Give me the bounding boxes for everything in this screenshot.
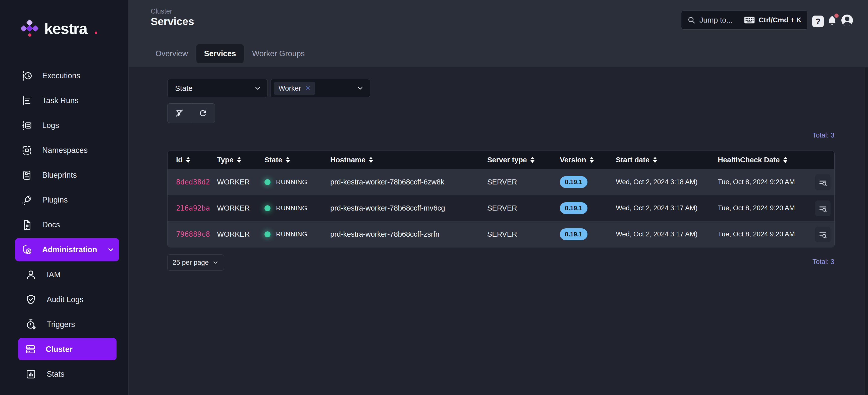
page-size-select[interactable]: 25 per page: [167, 255, 224, 270]
row-actions: [811, 174, 834, 190]
sidebar-item-plugins[interactable]: Plugins: [0, 188, 128, 212]
column-header-type[interactable]: Type: [217, 156, 265, 164]
namespaces-icon: [21, 144, 33, 156]
sort-icon: [530, 157, 534, 163]
clear-filters-button[interactable]: [167, 104, 191, 123]
table-row: 216a92ba WORKER RUNNING prd-kestra-worke…: [167, 195, 834, 221]
table-row: 796889c8 WORKER RUNNING prd-kestra-worke…: [167, 221, 834, 247]
blueprints-icon: [21, 169, 33, 181]
column-header-state[interactable]: State: [265, 156, 330, 164]
column-header-server-type[interactable]: Server type: [487, 156, 560, 164]
shield-check-icon: [25, 294, 37, 305]
tab-overview[interactable]: Overview: [154, 44, 189, 63]
search-shortcut: Ctrl/Cmd + K: [759, 16, 801, 24]
chevron-down-icon: [254, 85, 261, 92]
sidebar-item-label: IAM: [47, 270, 61, 279]
view-logs-button[interactable]: [815, 227, 831, 242]
sidebar-item-docs[interactable]: Docs: [0, 212, 128, 237]
state-label: RUNNING: [276, 230, 307, 238]
running-status-dot: [265, 231, 271, 237]
chevron-down-icon: [107, 246, 115, 254]
chevron-down-icon: [356, 85, 364, 92]
state-label: RUNNING: [276, 204, 307, 212]
column-header-version[interactable]: Version: [560, 156, 616, 164]
sidebar-item-cluster[interactable]: Cluster: [18, 338, 117, 360]
state-filter-label: State: [175, 84, 193, 93]
scrollbar-track[interactable]: [865, 67, 868, 395]
avatar-body: [843, 22, 851, 26]
sidebar-item-label: Triggers: [47, 320, 75, 329]
service-hostname: prd-kestra-worker-78b68ccff-zsrfn: [330, 230, 487, 238]
column-header-healthcheck-date[interactable]: HealthCheck Date: [718, 156, 811, 164]
service-state: RUNNING: [265, 204, 330, 212]
service-version: 0.19.1: [560, 202, 616, 214]
logo-dot-icon: [28, 33, 31, 37]
service-id-link[interactable]: 216a92ba: [167, 204, 217, 212]
global-search-input[interactable]: Jump to... Ctrl/Cmd + K: [681, 10, 808, 30]
sidebar-item-label: Cluster: [46, 345, 72, 354]
view-logs-button[interactable]: [815, 200, 831, 216]
column-label: Version: [560, 156, 586, 164]
service-state: RUNNING: [265, 178, 330, 186]
sidebar-item-label: Stats: [47, 370, 65, 379]
service-state: RUNNING: [265, 230, 330, 238]
sidebar-item-namespaces[interactable]: Namespaces: [0, 138, 128, 163]
service-id-link[interactable]: 796889c8: [167, 230, 217, 238]
help-button[interactable]: ?: [812, 15, 824, 27]
column-header-start-date[interactable]: Start date: [616, 156, 718, 164]
column-label: Id: [176, 156, 183, 164]
refresh-icon: [198, 109, 208, 118]
service-start-date: Wed, Oct 2, 2024 3:17 AM): [616, 230, 718, 238]
service-version: 0.19.1: [560, 176, 616, 188]
view-logs-button[interactable]: [815, 174, 831, 190]
row-actions: [811, 200, 834, 216]
sort-icon: [590, 157, 594, 163]
sidebar-item-stats[interactable]: Stats: [0, 362, 128, 387]
remove-tag-icon[interactable]: ✕: [305, 84, 311, 92]
avatar-head: [845, 17, 849, 21]
refresh-button[interactable]: [191, 104, 215, 123]
sidebar-item-blueprints[interactable]: Blueprints: [0, 163, 128, 188]
sidebar-item-label: Logs: [42, 121, 59, 130]
sidebar-item-iam[interactable]: IAM: [0, 262, 128, 287]
logo-diamond: [32, 25, 39, 32]
column-header-hostname[interactable]: Hostname: [330, 156, 487, 164]
service-version: 0.19.1: [560, 228, 616, 240]
column-label: Type: [217, 156, 234, 164]
server-icon: [25, 343, 36, 355]
service-id-link[interactable]: 8ded38d2: [167, 178, 217, 186]
logs-icon: [21, 120, 33, 131]
service-server-type: SERVER: [487, 204, 560, 212]
total-count-top: Total: 3: [812, 132, 834, 139]
column-label: HealthCheck Date: [718, 156, 780, 164]
sort-icon: [369, 157, 373, 163]
keyboard-icon: [744, 16, 755, 24]
state-label: RUNNING: [276, 178, 307, 186]
logo-diamond: [20, 25, 27, 32]
notifications-button[interactable]: [827, 14, 839, 27]
timer-cog-icon: [25, 319, 37, 330]
state-filter-select[interactable]: State: [167, 79, 268, 97]
search-icon: [687, 16, 695, 24]
sidebar-item-triggers[interactable]: Triggers: [0, 312, 128, 337]
sidebar-item-task-runs[interactable]: Task Runs: [0, 88, 128, 113]
kestra-logo[interactable]: kestra .: [21, 20, 98, 37]
text-search-icon: [818, 178, 827, 187]
timeline-clock-icon: [21, 70, 33, 81]
sidebar-item-label: Namespaces: [42, 146, 88, 155]
sidebar-item-logs[interactable]: Logs: [0, 113, 128, 138]
tab-services[interactable]: Services: [196, 44, 244, 63]
user-avatar[interactable]: [841, 14, 853, 26]
notification-badge: [834, 13, 839, 18]
sidebar-item-label: Blueprints: [42, 171, 77, 180]
sidebar-item-audit-logs[interactable]: Audit Logs: [0, 287, 128, 312]
kestra-logo-icon: [21, 20, 38, 37]
breadcrumb[interactable]: Cluster: [151, 7, 172, 15]
type-filter-select[interactable]: Worker ✕: [270, 79, 370, 97]
logo-diamond: [26, 19, 33, 26]
running-status-dot: [265, 205, 271, 211]
tab-worker-groups[interactable]: Worker Groups: [251, 44, 306, 63]
sidebar-item-executions[interactable]: Executions: [0, 63, 128, 88]
column-header-id[interactable]: Id: [167, 156, 217, 164]
sidebar-item-administration[interactable]: Administration: [15, 238, 119, 261]
